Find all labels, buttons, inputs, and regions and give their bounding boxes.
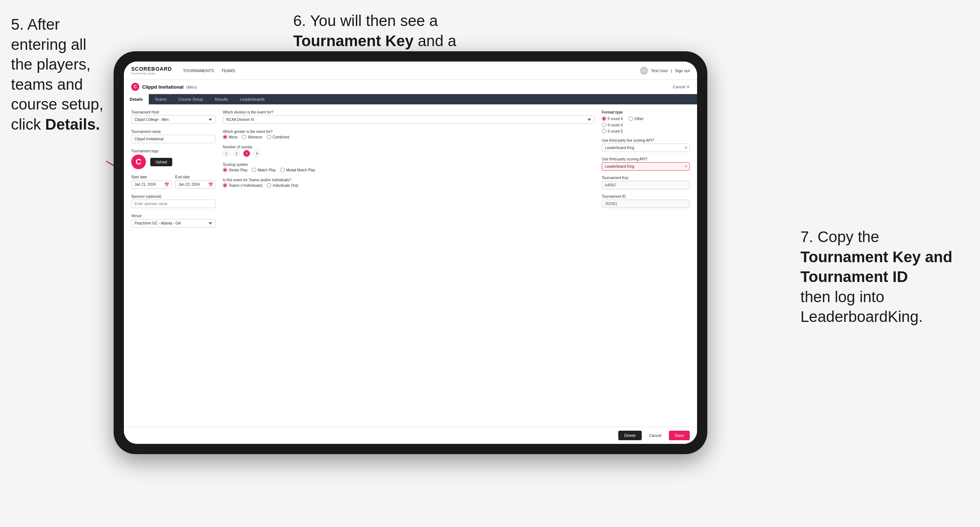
tournament-logo-label: Tournament logo xyxy=(131,149,215,153)
gender-group: Which gender is the event for? Mens Wome… xyxy=(223,130,595,139)
form-columns: Tournament Host Clippd College - Men Tou… xyxy=(131,110,690,421)
format-6count5[interactable]: 6 count 5 xyxy=(602,129,623,133)
sponsor-input[interactable] xyxy=(131,200,215,208)
round-1[interactable]: 1 xyxy=(223,150,229,157)
format-type-title: Format type xyxy=(602,110,690,114)
top-nav: SCOREBOARD Powered by clippd TOURNAMENTS… xyxy=(124,62,697,80)
third-party1-group: Use third-party live scoring API? ✕ xyxy=(602,138,690,152)
tournament-host-select[interactable]: Clippd College - Men xyxy=(131,115,215,124)
tournament-id-value: 302051 xyxy=(602,200,690,208)
third-party2-clear-icon[interactable]: ✕ xyxy=(684,164,687,169)
tournament-host-group: Tournament Host Clippd College - Men xyxy=(131,110,215,124)
scoring-radio-group: Stroke Play Match Play Medal Match Play xyxy=(223,168,595,172)
format-row-2: 6 count 4 xyxy=(602,123,690,127)
venue-select[interactable]: Peachtree GC - Atlanta - GA xyxy=(131,219,215,227)
third-party1-label: Use third-party live scoring API? xyxy=(602,138,690,143)
tournament-header: C Clippd Invitational (Men) Cancel ✕ xyxy=(124,80,697,94)
nav-separator: | xyxy=(671,68,672,73)
format-other[interactable]: Other xyxy=(628,116,644,121)
teams-plus-individuals[interactable]: Teams (+Individuals) xyxy=(223,183,262,187)
logo-c-display: C xyxy=(131,154,146,169)
format-6count4[interactable]: 6 count 4 xyxy=(602,123,623,127)
tournament-key-label: Tournament Key xyxy=(602,176,690,180)
end-date-label: End date xyxy=(175,175,215,179)
start-date-icon: 📅 xyxy=(164,182,169,187)
annotation-bottom-right: 7. Copy the Tournament Key and Tournamen… xyxy=(800,227,969,327)
sponsor-group: Sponsor (optional) xyxy=(131,194,215,208)
end-date-wrap: 📅 xyxy=(175,180,215,189)
tablet-frame: SCOREBOARD Powered by clippd TOURNAMENTS… xyxy=(114,51,707,454)
third-party1-input-wrap: ✕ xyxy=(602,144,690,152)
venue-label: Venue xyxy=(131,214,215,218)
nav-teams[interactable]: TEAMS xyxy=(221,67,235,75)
upload-button[interactable]: Upload xyxy=(150,158,172,166)
tournament-name: Clippd Invitational (Men) xyxy=(142,84,197,90)
division-select[interactable]: NCAA Division III xyxy=(223,115,595,124)
gender-label: Which gender is the event for? xyxy=(223,130,595,134)
user-avatar-icon: TU xyxy=(640,67,648,75)
save-button[interactable]: Save xyxy=(669,431,690,440)
scoring-match[interactable]: Match Play xyxy=(252,168,275,172)
tab-course-setup[interactable]: Course Setup xyxy=(172,94,208,105)
gender-mens[interactable]: Mens xyxy=(223,135,237,139)
tournament-id-group: Tournament ID 302051 xyxy=(602,194,690,208)
tournament-name-label: Tournament name xyxy=(131,130,215,134)
format-type-group: Format type 5 count 4 Other xyxy=(602,110,690,133)
date-row: Start date 📅 End date 📅 xyxy=(131,175,215,189)
tab-details[interactable]: Details xyxy=(124,94,149,105)
tab-teams[interactable]: Teams xyxy=(149,94,172,105)
tabs-row: Details Teams Course Setup Results Leade… xyxy=(124,94,697,105)
tab-leaderboards[interactable]: Leaderboards xyxy=(234,94,270,105)
tablet-screen: SCOREBOARD Powered by clippd TOURNAMENTS… xyxy=(124,62,697,444)
tournament-host-label: Tournament Host xyxy=(131,110,215,114)
teams-group: Is this event for Teams and/or Individua… xyxy=(223,178,595,187)
nav-tournaments[interactable]: TOURNAMENTS xyxy=(183,67,214,75)
start-date-field: Start date 📅 xyxy=(131,175,172,189)
scoring-medal-match[interactable]: Medal Match Play xyxy=(280,168,315,172)
annotation-br-text2: then log into LeaderboardKing. xyxy=(800,288,923,325)
end-date-icon: 📅 xyxy=(208,182,213,187)
tournament-name-group: Tournament name xyxy=(131,130,215,143)
tournament-logo-group: Tournament logo C Upload xyxy=(131,149,215,169)
tab-results[interactable]: Results xyxy=(209,94,234,105)
nav-links: TOURNAMENTS TEAMS xyxy=(183,67,235,75)
format-5count4[interactable]: 5 count 4 xyxy=(602,116,623,121)
tournament-name-input[interactable] xyxy=(131,135,215,143)
scoring-group: Scoring system Stroke Play Match Play xyxy=(223,163,595,172)
scoreboard-name: SCOREBOARD xyxy=(131,66,172,72)
delete-button[interactable]: Delete xyxy=(618,431,642,440)
sponsor-label: Sponsor (optional) xyxy=(131,194,215,198)
col-left: Tournament Host Clippd College - Men Tou… xyxy=(131,110,215,421)
nav-signout[interactable]: Sign out xyxy=(675,67,690,75)
gender-combined[interactable]: Combined xyxy=(267,135,290,139)
round-4[interactable]: 4 xyxy=(254,150,260,157)
division-label: Which division is the event for? xyxy=(223,110,595,114)
third-party2-input[interactable] xyxy=(602,162,690,171)
scoreboard-logo: SCOREBOARD Powered by clippd xyxy=(131,66,172,75)
third-party1-clear-icon[interactable]: ✕ xyxy=(684,145,687,150)
teams-individuals-only[interactable]: Individuals Only xyxy=(267,183,299,187)
annotation-br-text: 7. Copy the xyxy=(800,228,879,245)
annotation-top-and: and a xyxy=(418,32,456,49)
rounds-group: Number of rounds 1 2 3 4 xyxy=(223,145,595,157)
tournament-cancel-btn[interactable]: Cancel ✕ xyxy=(673,84,690,89)
tournament-id-label: Tournament ID xyxy=(602,194,690,198)
annotation-top-text: 6. You will then see a xyxy=(293,12,438,29)
cancel-button[interactable]: Cancel xyxy=(645,431,666,440)
gender-womens[interactable]: Womens xyxy=(242,135,262,139)
annotation-left-bold: Details. xyxy=(45,116,100,133)
tournament-key-value: b4f5b7 xyxy=(602,181,690,189)
annotation-br-bold: Tournament Key and Tournament ID xyxy=(800,248,953,286)
third-party2-group: Use third-party scoring API? ✕ xyxy=(602,157,690,171)
round-2[interactable]: 2 xyxy=(233,150,240,157)
rounds-radio-group: 1 2 3 4 xyxy=(223,150,595,157)
round-3[interactable]: 3 xyxy=(243,150,250,157)
division-group: Which division is the event for? NCAA Di… xyxy=(223,110,595,124)
third-party1-input[interactable] xyxy=(602,144,690,152)
scoreboard-sub: Powered by clippd xyxy=(131,72,172,75)
teams-radio-group: Teams (+Individuals) Individuals Only xyxy=(223,183,595,187)
gender-radio-group: Mens Womens Combined xyxy=(223,135,595,139)
bottom-bar: Delete Cancel Save xyxy=(124,427,697,444)
col-middle: Which division is the event for? NCAA Di… xyxy=(223,110,595,421)
scoring-stroke[interactable]: Stroke Play xyxy=(223,168,247,172)
